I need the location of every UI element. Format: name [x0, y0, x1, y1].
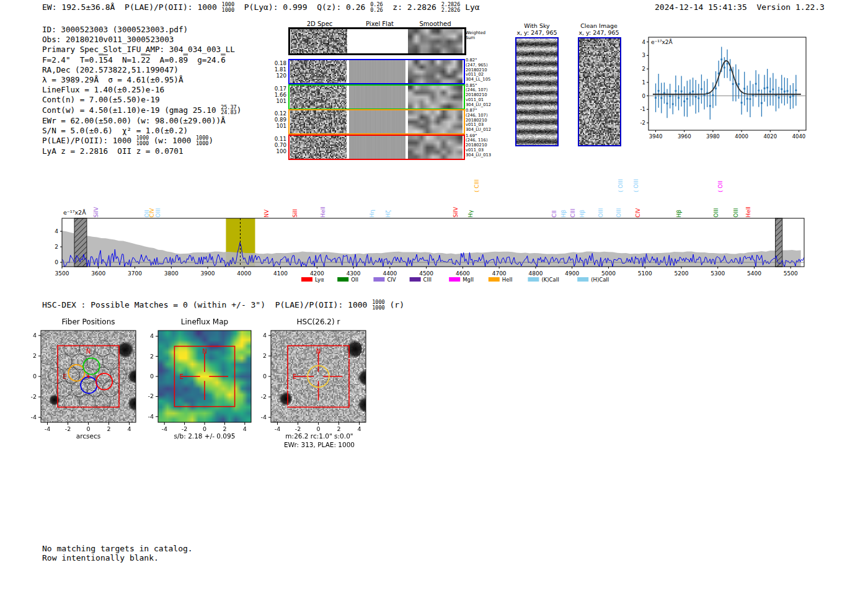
- info-line-12: LyA z = 2.2816 OII z = 0.0701: [42, 146, 241, 156]
- spectrum-ytick: 0: [55, 259, 58, 265]
- weighted-sum-smoothed-image: [408, 29, 463, 53]
- header-lo: 0.26: [370, 7, 383, 13]
- fiber-row-1-right-labels: 0.85"(246, 107)20180210v011_01304_LU_012: [466, 84, 491, 108]
- inset-ytick: 0: [642, 93, 645, 99]
- spectrum-xtick: 3800: [164, 270, 179, 277]
- info-line-6: LineFlux = 1.40(±0.25)e-16: [42, 85, 241, 95]
- cleanimage-title-text: Clean Image: [570, 22, 627, 29]
- info-line-10-text: S/N = 5.0(±0.6) χ² = 1.0(±0.2): [42, 126, 188, 135]
- legend-swatch-MgII: [449, 277, 460, 282]
- fiber-row-0-smoothed-image: [408, 60, 463, 83]
- fiber-row-3-left-labels: 0.110.70100: [270, 136, 286, 154]
- footer-note-2: Row intentionally blank.: [42, 553, 159, 563]
- panel-ytick: 4: [150, 332, 154, 339]
- inset-xtick: 4020: [763, 133, 777, 140]
- panel-ytick: 0: [33, 373, 37, 380]
- legend-swatch-CIII: [410, 277, 421, 282]
- full-spectrum-chart: 0243500360037003800390040004100420043004…: [55, 205, 814, 291]
- info-line-8-hilo: 25.3724.83: [221, 105, 237, 115]
- header-hilo: 0.260.26: [370, 2, 383, 12]
- hsc-line-text: HSC-DEX : Possible Matches = 0 (within +…: [42, 300, 372, 309]
- hsc-title: HSC(26.2) r: [271, 318, 366, 326]
- info-line-11-text: ): [208, 136, 213, 145]
- inset-xtick: 4040: [792, 133, 806, 140]
- spectrum-xtick: 5400: [747, 270, 761, 277]
- info-line-1-text: Obs: 20180210v011_3000523003: [42, 35, 174, 44]
- emission-label-CIII: ( CIII: [474, 179, 480, 192]
- info-line-0: ID: 3000523003 (3000523003.pdf): [42, 25, 241, 35]
- col-title-pixelflat: Pixel Flat: [350, 20, 409, 27]
- selected-fiber-circle: [81, 377, 97, 393]
- header-text: EW: 192.5±36.8Å P(LAE)/P(OII): 1000: [42, 2, 222, 12]
- spectrum-xtick: 5100: [638, 270, 652, 277]
- info-line-0-text: ID: 3000523003 (3000523003.pdf): [42, 25, 188, 34]
- fiber-row-1: [288, 84, 465, 110]
- inset-xtick: 3960: [678, 133, 691, 140]
- legend-label: CIII: [423, 277, 432, 283]
- col-title-2dspec: 2D Spec: [290, 20, 349, 27]
- info-line-11-hilo: 10001000: [136, 135, 149, 146]
- spectrum-xtick: 4000: [237, 270, 251, 277]
- panel-xtick: 0: [203, 425, 206, 432]
- info-line-11-lo: 1000: [136, 141, 149, 146]
- inset-ytick: 4: [642, 39, 645, 45]
- info-line-3-text: g=24.: [188, 55, 221, 64]
- fiber-row-3-stat: 100: [270, 148, 286, 154]
- spectrum-xtick: 3500: [55, 270, 69, 277]
- hsc-dex-match-line: HSC-DEX : Possible Matches = 0 (within +…: [42, 300, 404, 311]
- fiber-row-3-smoothed-image: [408, 136, 463, 159]
- info-line-5-text: λ = 3989.29Å σ = 4.61(±0.95)Å: [42, 75, 183, 84]
- panel-xtick: 4: [243, 425, 247, 432]
- fiber-row-2-meta: 304_LU_012: [466, 128, 491, 133]
- cleanimage-panel: [578, 37, 621, 146]
- info-line-5: λ = 3989.29Å σ = 4.61(±0.95)Å: [42, 75, 241, 85]
- line-fit-chart: 43210-1-2394039603980400040204040e⁻¹⁷x2Å: [639, 26, 868, 145]
- info-line-3-text: 22: [141, 55, 150, 64]
- fiber-row-1-stat: 101: [270, 98, 286, 104]
- selected-fiber-circle: [83, 358, 99, 374]
- info-line-11-hilo: 10001000: [196, 135, 208, 146]
- withsky-coords: x, y: 247, 965: [508, 29, 565, 36]
- fiber-row-3-stat: 0.70: [270, 142, 286, 148]
- spectrum-xtick: 3900: [201, 270, 215, 277]
- hsc-xlabel: m:26.2 rc:1.0" s:0.0": [260, 432, 378, 440]
- info-line-12-text: LyA z = 2.2816 OII z = 0.0701: [42, 146, 183, 156]
- lineflux-map-xlabel: s/b: 2.18 +/- 0.095: [149, 432, 260, 440]
- catalog-source-circle: [342, 339, 362, 359]
- panel-xtick: -2: [295, 425, 301, 432]
- fiber-row-3-pixelflat-image: [349, 136, 405, 159]
- info-line-8-text: ): [237, 105, 242, 115]
- fiber-row-2-2dspec-image: [290, 110, 347, 133]
- weighted-sum-row: [288, 27, 466, 55]
- detection-info-block: ID: 3000523003 (3000523003.pdf)Obs: 2018…: [42, 25, 241, 156]
- fiber-row-0-meta: 304_LL_105: [466, 78, 490, 82]
- info-line-11: P(LAE)/P(OII): 1000 10001000 (w: 1000 10…: [42, 136, 241, 146]
- header-summary-line: EW: 192.5±36.8Å P(LAE)/P(OII): 1000 1000…: [42, 2, 480, 13]
- header-timestamp-version: 2024-12-14 15:41:35 Version 1.22.3: [655, 2, 825, 12]
- hsc-line-text: (r): [385, 300, 404, 309]
- header-hilo: 2.28262.2826: [441, 2, 461, 12]
- fiber-row-3-meta: 304_LU_013: [466, 153, 491, 158]
- version: Version 1.22.3: [756, 2, 825, 12]
- panel-xtick: -4: [161, 425, 167, 432]
- info-line-8-lo: 24.83: [221, 110, 237, 115]
- fiber-row-1-stat: 0.17: [270, 86, 286, 92]
- panel-xtick: 4: [127, 425, 131, 432]
- footer-note-1: No matching targets in catalog.: [42, 544, 193, 554]
- selected-fiber-circle: [68, 365, 84, 381]
- inset-xtick: 3980: [706, 133, 720, 140]
- fiber-row-2-pixelflat-image: [349, 110, 405, 133]
- spectrum-ytick: 4: [55, 228, 58, 234]
- header-space: [747, 2, 757, 12]
- info-line-7-text: Cont(n) = 7.00(±5.50)e-19: [42, 95, 160, 104]
- fiber-row-2-smoothed-image: [408, 110, 463, 133]
- legend-label: Lyα: [315, 277, 324, 283]
- fiber-row-3: [288, 135, 465, 160]
- fiber-row-1-smoothed-image: [408, 86, 463, 109]
- header-lo: 2.2826: [441, 7, 461, 13]
- inset-xtick: 3940: [649, 133, 663, 140]
- fiber-row-0-pixelflat-image: [349, 60, 405, 83]
- info-line-3-text: 9: [184, 55, 188, 64]
- spectrum-xtick: 5200: [675, 270, 689, 277]
- info-line-9: EWr = 62.00(±50.00) (w: 98.00(±29.00))Å: [42, 116, 241, 126]
